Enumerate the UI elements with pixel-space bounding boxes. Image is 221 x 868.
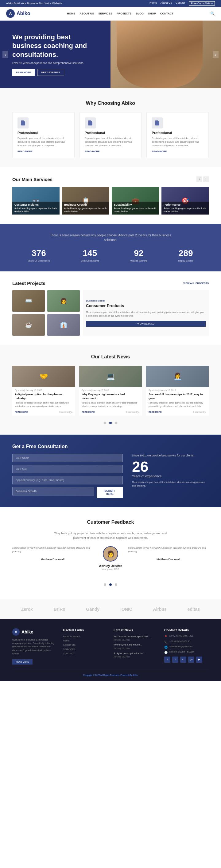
feedback-intro: They have got my project on time with th…: [49, 531, 172, 540]
feedback-title: Customer Feedback: [12, 520, 209, 525]
footer-phone-text: +01 (012) 345 678 90: [170, 640, 190, 642]
nav-shop[interactable]: SHOP: [148, 12, 156, 15]
special-input[interactable]: [12, 476, 123, 485]
twitter-icon[interactable]: t: [172, 656, 178, 663]
social-icons: f t in g+ ▶: [164, 656, 209, 663]
consult-years: 26: [132, 460, 206, 474]
footer-logo: A Abiko: [12, 628, 57, 636]
service-card-3[interactable]: 💼 Sustainability Actual teachings goes e…: [112, 187, 159, 215]
topbar-link-home[interactable]: Home: [149, 1, 157, 5]
service-card-1[interactable]: 👓 Customer Insights Actual teachings goe…: [12, 187, 60, 215]
news-card-3: 👩‍💼 By admin | January 10, 2019 Successf…: [146, 366, 209, 415]
view-details-button[interactable]: VIEW DETAILS: [86, 321, 206, 327]
news-text-1: Focuses on desires to obtain gain of its…: [12, 401, 75, 410]
nav-contact[interactable]: CONTACT: [160, 12, 174, 15]
partner-ionic: IONIC: [120, 607, 132, 612]
professional-icon-1: [17, 117, 29, 128]
nav-about[interactable]: ABOUT US: [79, 12, 94, 15]
why-title: Why Choosing Abiko: [12, 100, 209, 106]
hero-buttons: READ MORE MEET EXPERTS: [12, 69, 92, 76]
footer-hours-text: Mon-Fri: 8:00am - 5:00pm: [170, 651, 194, 653]
feedback-dot-3[interactable]: [115, 583, 117, 586]
news-readmore-3[interactable]: READ MORE: [149, 411, 162, 413]
news-meta-2: By admin | January 10, 2019: [79, 387, 142, 392]
hero-prev-button[interactable]: ‹: [2, 51, 8, 58]
services-prev-button[interactable]: ‹: [196, 177, 202, 182]
service-card-2[interactable]: 📋 Business Growth Actual teachings goes …: [62, 187, 109, 215]
feedback-main-reviewer: 👩 Ashley Jenifer Young and CEO: [99, 546, 122, 570]
why-cards: Professional Explain to you how all the …: [12, 112, 209, 158]
service-card-4[interactable]: 🎯 Performance Actual teachings goes expr…: [161, 187, 209, 215]
news-card-1: 🤝 By admin | January 10, 2019 A digital …: [12, 366, 75, 415]
service-select[interactable]: Business Growth: [12, 487, 94, 495]
name-input[interactable]: [12, 454, 123, 462]
why-section: Why Choosing Abiko Professional Explain …: [0, 88, 221, 167]
feedback-card-2: Must explain to you how all the mistaken…: [128, 546, 209, 576]
hero-heading: We providing best business coaching and …: [12, 33, 92, 59]
news-readmore-1[interactable]: READ MORE: [15, 411, 28, 413]
nav-blog[interactable]: BLOG: [136, 12, 144, 15]
footer-news-title-2[interactable]: Why buying a big house...: [114, 643, 158, 646]
logo-text: Abiko: [16, 11, 30, 16]
partner-airbus: Airbus: [153, 607, 167, 612]
services-next-button[interactable]: ›: [203, 177, 209, 182]
why-card-2: Professional Explain to you how all the …: [79, 112, 142, 158]
partner-gandy: Gandy: [86, 607, 100, 612]
news-dot-1[interactable]: [104, 422, 106, 424]
footer-links-title: Usefull Links: [63, 628, 107, 632]
news-dot-2[interactable]: [109, 422, 112, 424]
footer-link-4[interactable]: SERVICES: [63, 648, 107, 651]
stat-2-number: 145: [81, 248, 99, 258]
service-cards: 👓 Customer Insights Actual teachings goe…: [12, 187, 209, 215]
googleplus-icon[interactable]: g+: [188, 656, 194, 663]
why-card-2-text: Explain to you how all the mistaken idea…: [85, 136, 137, 148]
news-comments-3: 0 comment(s): [193, 411, 206, 413]
footer-link-3[interactable]: ABOUT US: [63, 644, 107, 646]
hero-next-button[interactable]: ›: [213, 51, 219, 58]
stat-4-number: 289: [178, 248, 193, 258]
topbar-message: Abiko Build Your Business Not Just a Web…: [6, 2, 65, 5]
top-bar: Abiko Build Your Business Not Just a Web…: [0, 0, 221, 7]
why-card-2-readmore[interactable]: READ MORE: [85, 150, 137, 153]
nav-home[interactable]: HOME: [67, 12, 75, 15]
footer-link-2[interactable]: Home: [63, 639, 107, 642]
projects-section: Latest Projects VIEW ALL PROJECTS ⌨️ 👩 ☕…: [0, 271, 221, 345]
hero-meet-experts-button[interactable]: MEET EXPERTS: [37, 69, 64, 76]
view-all-projects-link[interactable]: VIEW ALL PROJECTS: [183, 282, 209, 285]
stat-4: 289 Happy Clients: [178, 248, 193, 262]
footer-news-1: Successfull business tips in 2017... Jan…: [114, 635, 158, 641]
search-icon[interactable]: 🔍: [210, 11, 215, 16]
news-footer-1: READ MORE 0 comment(s): [12, 410, 75, 415]
hero-read-more-button[interactable]: READ MORE: [12, 69, 35, 76]
footer-news-title-1[interactable]: Successfull business tips in 2017...: [114, 635, 158, 638]
project-img-row-1: ⌨️ 👩: [12, 290, 80, 312]
feedback-card-2-author: Matthew Duckwall: [156, 558, 181, 561]
email-input[interactable]: [12, 465, 123, 473]
topbar-link-consult[interactable]: Free Consultation: [189, 1, 215, 5]
facebook-icon[interactable]: f: [164, 656, 170, 663]
footer-news-title-3[interactable]: A digital prescription for the...: [114, 652, 158, 655]
partner-editas: editas: [188, 607, 200, 612]
news-readmore-2[interactable]: READ MORE: [82, 411, 95, 413]
why-card-1-readmore[interactable]: READ MORE: [17, 150, 69, 153]
topbar-link-contact[interactable]: Contact: [176, 1, 185, 5]
linkedin-icon[interactable]: in: [180, 656, 186, 663]
topbar-link-about[interactable]: About Us: [160, 1, 172, 5]
news-dot-3[interactable]: [115, 422, 117, 424]
feedback-dot-2[interactable]: [109, 583, 112, 586]
news-comments-1: 0 comment(s): [59, 411, 72, 413]
footer-logo-icon: A: [12, 628, 20, 636]
footer-link-1[interactable]: About / Contact: [63, 635, 107, 638]
nav-projects[interactable]: PROJECTS: [117, 12, 132, 15]
why-card-3-readmore[interactable]: READ MORE: [152, 150, 204, 153]
consult-desc: Must explain to you how all the mistaken…: [132, 480, 206, 488]
stat-1-number: 376: [28, 248, 50, 258]
feedback-dot-1[interactable]: [104, 583, 106, 586]
footer-read-more-button[interactable]: READ MORE: [12, 659, 33, 664]
nav-services[interactable]: SERVICES: [98, 12, 112, 15]
submit-button[interactable]: SUBMIT HERE: [97, 487, 123, 498]
youtube-icon[interactable]: ▶: [196, 656, 202, 663]
logo[interactable]: A Abiko: [6, 9, 30, 18]
footer-link-5[interactable]: CONTACT: [63, 652, 107, 655]
feedback-card-2-text: Must explain to you how all the mistaken…: [128, 546, 209, 554]
